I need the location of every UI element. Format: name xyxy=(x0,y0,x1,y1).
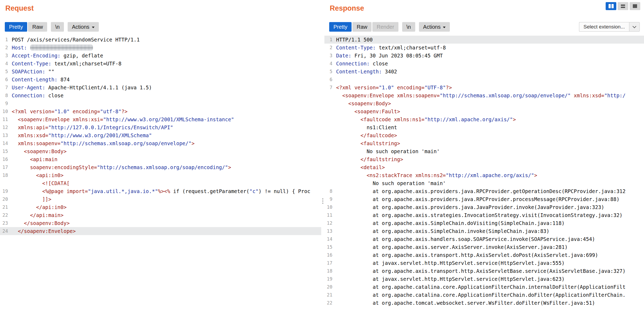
code-line: 9 xyxy=(0,99,321,107)
redacted-host-value xyxy=(30,45,93,51)
response-editor[interactable]: 1HTTP/1.1 5002Content-Type: text/xml;cha… xyxy=(324,36,644,309)
line-number: 18 xyxy=(324,267,332,275)
code-line: 22 at org.apache.tomcat.websocket.server… xyxy=(324,299,644,307)
code-line-content: </faultstring> xyxy=(336,155,403,163)
code-line: 12 xmlns:api="http://127.0.0.1/Integrics… xyxy=(0,123,321,131)
code-line-content: xmlns:soapenv="http://schemas.xmlsoap.or… xyxy=(12,139,194,147)
response-tab-actions[interactable]: Actions xyxy=(419,22,450,32)
line-number xyxy=(324,155,332,163)
code-line-content: Accept-Encoding: gzip, deflate xyxy=(12,52,103,60)
line-number: 5 xyxy=(0,68,8,76)
single-pane-icon xyxy=(633,4,637,8)
code-line-content: </api:main> xyxy=(12,211,63,219)
code-line-content: at org.apache.axis.transport.http.AxisSe… xyxy=(336,251,598,259)
code-line-content: soapenv:encodingStyle="http://schemas.xm… xyxy=(12,163,231,171)
code-line-content: <faultcode xmlns:ns1="http://xml.apache.… xyxy=(336,115,516,123)
pane-splitter[interactable] xyxy=(321,0,324,309)
code-line-content: at org.apache.axis.providers.java.JavaPr… xyxy=(336,203,604,211)
code-line-content: ]]> xyxy=(12,195,51,203)
code-line: <faultstring> xyxy=(324,139,644,147)
code-line-content: at org.apache.catalina.core.ApplicationF… xyxy=(336,291,626,299)
extension-select[interactable]: Select extension... xyxy=(579,22,640,32)
code-line: 2Host: xyxy=(0,44,321,52)
response-tab-newline[interactable]: \n xyxy=(402,22,415,32)
code-line: 6 xyxy=(324,76,644,83)
code-line: 2Content-Type: text/xml;charset=utf-8 xyxy=(324,44,644,52)
line-number: 14 xyxy=(0,139,8,147)
line-number: 21 xyxy=(0,203,8,211)
line-number: 19 xyxy=(0,187,8,195)
line-number xyxy=(324,99,332,107)
code-line: 23 </soapenv:Body> xyxy=(0,219,321,227)
tab-label: Actions xyxy=(423,24,441,30)
code-line: <soapenv:Envelope xmlns:soapenv="http://… xyxy=(324,91,644,99)
line-number xyxy=(324,107,332,115)
line-number: 20 xyxy=(324,283,332,291)
code-line-content: at org.apache.axis.handlers.soap.SOAPSer… xyxy=(336,235,595,243)
code-line-content: at org.apache.axis.transport.http.AxisSe… xyxy=(336,267,626,275)
tab-label: Raw xyxy=(357,24,367,30)
chevron-down-icon xyxy=(92,27,95,28)
line-number xyxy=(324,91,332,99)
line-number: 1 xyxy=(0,36,8,44)
line-number: 14 xyxy=(324,235,332,243)
chevron-down-icon xyxy=(633,24,636,28)
code-line: <faultcode xmlns:ns1="http://xml.apache.… xyxy=(324,115,644,123)
response-tab-raw[interactable]: Raw xyxy=(352,22,372,32)
extension-select-label[interactable]: Select extension... xyxy=(579,22,629,32)
code-line-content: </api:in0> xyxy=(12,203,67,211)
code-line-content: </soapenv:Body> xyxy=(12,219,70,227)
request-pane: Request PrettyRaw\nActions 1POST /axis/s… xyxy=(0,0,321,309)
extension-select-chevron-button[interactable] xyxy=(629,22,640,32)
chevron-down-icon xyxy=(443,27,446,28)
line-number: 2 xyxy=(324,44,332,52)
code-line-content: <api:in0> xyxy=(12,171,63,179)
request-pane-title: Request xyxy=(5,4,34,12)
line-number: 15 xyxy=(324,243,332,251)
line-number: 19 xyxy=(324,275,332,283)
tab-label: Raw xyxy=(32,24,43,30)
code-line: <ns2:stackTrace xmlns:ns2="http://xml.ap… xyxy=(324,171,644,179)
code-line: 14 at org.apache.axis.handlers.soap.SOAP… xyxy=(324,235,644,243)
request-tab-actions[interactable]: Actions xyxy=(68,22,99,32)
code-line-content: <soapenv:Body> xyxy=(336,99,391,107)
line-number: 12 xyxy=(324,219,332,227)
request-tab-raw[interactable]: Raw xyxy=(28,22,47,32)
layout-stacked-button[interactable] xyxy=(618,2,628,10)
code-line-content: <faultstring> xyxy=(336,139,400,147)
http-message-viewer: Request PrettyRaw\nActions 1POST /axis/s… xyxy=(0,0,644,309)
request-tab-pretty[interactable]: Pretty xyxy=(5,22,27,32)
code-line-content: at javax.servlet.http.HttpServlet.servic… xyxy=(336,259,565,267)
line-number: 3 xyxy=(324,52,332,60)
code-line-content: at org.apache.catalina.core.ApplicationF… xyxy=(336,283,626,291)
code-line-content: at org.apache.tomcat.websocket.server.Ws… xyxy=(336,299,595,307)
code-line-content: Content-Length: 3402 xyxy=(336,68,397,76)
line-number: 6 xyxy=(324,76,332,83)
request-tab-newline[interactable]: \n xyxy=(51,22,64,32)
line-number: 6 xyxy=(0,76,8,83)
code-line: 5Content-Length: 3402 xyxy=(324,68,644,76)
line-number: 12 xyxy=(0,123,8,131)
code-line-content: POST /axis/services/RandomService HTTP/1… xyxy=(12,36,140,44)
line-number xyxy=(324,131,332,139)
request-editor[interactable]: 1POST /axis/services/RandomService HTTP/… xyxy=(0,36,321,309)
drag-handle-dots-icon xyxy=(322,197,323,205)
code-line-content: <soapenv:Fault> xyxy=(336,107,400,115)
line-number: 9 xyxy=(324,195,332,203)
code-line: </faultstring> xyxy=(324,155,644,163)
code-line: 22 </api:main> xyxy=(0,211,321,219)
code-line: 17 soapenv:encodingStyle="http://schemas… xyxy=(0,163,321,171)
layout-side-by-side-button[interactable] xyxy=(606,2,616,10)
line-number: 13 xyxy=(324,227,332,235)
line-number: 22 xyxy=(324,299,332,307)
code-line-content: at javax.servlet.http.HttpServlet.servic… xyxy=(336,275,565,283)
response-tab-pretty[interactable]: Pretty xyxy=(329,22,352,32)
code-line: 16 <api:main xyxy=(0,155,321,163)
line-number xyxy=(0,179,8,187)
code-line: 11 at org.apache.axis.strategies.Invocat… xyxy=(324,211,644,219)
code-line-content: ns1:Client xyxy=(336,123,397,131)
code-line: 17 at javax.servlet.http.HttpServlet.ser… xyxy=(324,259,644,267)
code-line-content: Content-Length: 874 xyxy=(12,76,70,83)
line-number: 23 xyxy=(0,219,8,227)
layout-single-pane-button[interactable] xyxy=(630,2,640,10)
